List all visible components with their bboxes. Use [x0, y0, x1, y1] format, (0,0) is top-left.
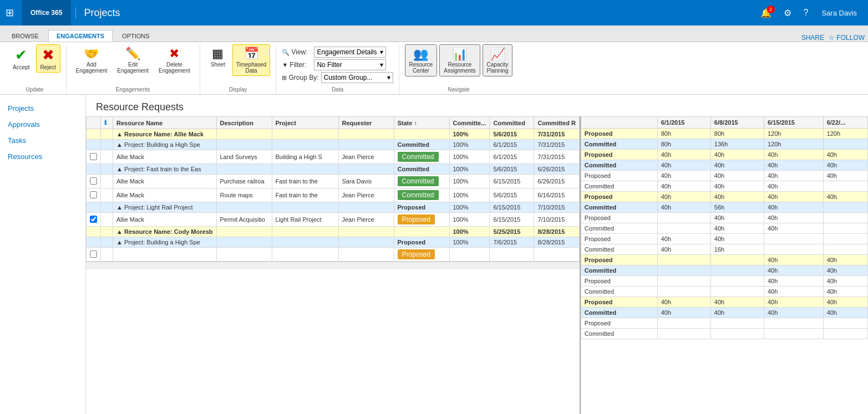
right-table: 6/1/2015 6/8/2015 6/15/2015 6/22/... Pro…	[580, 116, 868, 414]
h-scroll-bar[interactable]	[86, 262, 580, 269]
filter-dropdown[interactable]: No Filter ▾	[314, 59, 386, 70]
row-checkbox[interactable]	[90, 153, 97, 160]
table-row[interactable]: Allie Mack Permit Acquisitio Light Rail …	[87, 213, 580, 227]
col-date3[interactable]: 6/15/2015	[764, 117, 823, 129]
row-checkbox[interactable]	[90, 251, 97, 258]
table-row[interactable]: Proposed	[87, 248, 580, 262]
app-name[interactable]: Office 365	[22, 0, 71, 25]
grid-icon[interactable]: ⊞	[6, 7, 14, 19]
status-badge: Proposed	[398, 249, 435, 259]
col-committed-end[interactable]: Committed R	[534, 117, 579, 129]
chevron-down-icon: ▾	[380, 48, 383, 56]
timephased-table: 6/1/2015 6/8/2015 6/15/2015 6/22/... Pro…	[581, 116, 868, 339]
status-badge: Committed	[398, 176, 439, 186]
timephased-body: Proposed80h80h120h120h Committed80h136h1…	[581, 129, 867, 339]
col-date1[interactable]: 6/1/2015	[657, 117, 710, 129]
sidebar-item-projects[interactable]: Projects	[0, 100, 85, 116]
table-row[interactable]: Allie Mack Purchase railroa Fast train t…	[87, 175, 580, 188]
col-project[interactable]: Project	[272, 117, 338, 129]
info-cell	[101, 129, 113, 140]
resource-assignments-label: ResourceAssignments	[444, 62, 475, 74]
sidebar-item-tasks[interactable]: Tasks	[0, 132, 85, 149]
ribbon-engagement-buttons: 🤝 AddEngagement ✏️ EditEngagement ✖ Dele…	[72, 44, 194, 85]
edit-engagement-icon: ✏️	[125, 47, 140, 61]
row-checkbox[interactable]	[90, 216, 97, 223]
delete-engagement-icon: ✖	[169, 47, 179, 61]
top-bar-actions: 🔔 2 ⚙ ? Sara Davis	[756, 6, 862, 21]
ribbon-tabs: BROWSE ENGAGEMENTS OPTIONS SHARE ☆ FOLLO…	[0, 25, 868, 42]
tab-engagements[interactable]: ENGAGEMENTS	[48, 30, 113, 42]
table-row: ▲ Resource Name: Allie Mack 100% 5/6/201…	[87, 129, 580, 140]
table-row[interactable]: Allie Mack Land Surveys Building a High …	[87, 150, 580, 164]
sidebar-item-resources[interactable]: Resources	[0, 149, 85, 165]
col-date4[interactable]: 6/22/...	[823, 117, 867, 129]
row-checkbox[interactable]	[90, 177, 97, 185]
reject-button[interactable]: ✖ Reject	[36, 44, 60, 73]
table-row: ▲ Project: Building a High Spe Committed…	[87, 140, 580, 150]
sheet-label: Sheet	[211, 62, 225, 68]
status-badge: Committed	[398, 152, 439, 162]
view-label: 🔍 View:	[282, 48, 312, 56]
table-row: Committed40h40h	[581, 265, 867, 276]
col-requester[interactable]: Requester	[338, 117, 394, 129]
page-title: Projects	[75, 7, 120, 19]
sidebar-item-approvals[interactable]: Approvals	[0, 116, 85, 132]
table-row: ▲ Project: Building a High Spe Proposed …	[87, 237, 580, 248]
notification-badge: 2	[767, 6, 775, 13]
col-committed-pct[interactable]: Committe...	[449, 117, 490, 129]
user-name[interactable]: Sara Davis	[816, 9, 862, 17]
col-committed-start[interactable]: Committed	[490, 117, 534, 129]
timephased-header-row: 6/1/2015 6/8/2015 6/15/2015 6/22/...	[581, 117, 867, 129]
filter-label: ▼ Filter:	[282, 61, 312, 69]
status-badge: Proposed	[398, 214, 435, 224]
capacity-planning-button[interactable]: 📈 CapacityPlanning	[483, 44, 513, 76]
timephased-icon: 📅	[244, 47, 259, 61]
navigate-group-label: Navigate	[405, 85, 513, 94]
resource-center-button[interactable]: 👥 ResourceCenter	[405, 44, 438, 76]
capacity-planning-label: CapacityPlanning	[487, 62, 509, 74]
table-row: Proposed80h80h120h120h	[581, 129, 867, 139]
notifications-button[interactable]: 🔔 2	[756, 6, 776, 21]
groupby-chevron-icon: ▾	[387, 74, 390, 81]
resource-assignments-button[interactable]: 📊 ResourceAssignments	[439, 44, 480, 76]
accept-button[interactable]: ✔ Accept	[9, 44, 34, 73]
filter-chevron-icon: ▾	[380, 61, 383, 69]
edit-engagement-button[interactable]: ✏️ EditEngagement	[113, 44, 153, 76]
add-engagement-button[interactable]: 🤝 AddEngagement	[72, 44, 111, 76]
help-button[interactable]: ?	[799, 6, 813, 20]
timephased-button[interactable]: 📅 TimephasedData	[232, 44, 271, 76]
delete-engagement-button[interactable]: ✖ DeleteEngagement	[155, 44, 194, 76]
ribbon-group-display: ▦ Sheet 📅 TimephasedData Display	[200, 44, 277, 94]
table-header-row: ℹ Resource Name Description Project Requ…	[87, 117, 580, 129]
table-row: ▲ Project: Fast train to the Eas Committ…	[87, 164, 580, 175]
table-row[interactable]: Allie Mack Route maps Fast train to the …	[87, 188, 580, 202]
table-row: Committed80h136h120h	[581, 139, 867, 150]
table-row: Proposed40h40h40h40h	[581, 150, 867, 160]
col-state[interactable]: State ↑	[394, 117, 449, 129]
col-date2[interactable]: 6/8/2015	[710, 117, 764, 129]
view-dropdown[interactable]: Engagement Details ▾	[314, 47, 386, 58]
data-group-label: Data	[282, 85, 393, 94]
ribbon-display-buttons: ▦ Sheet 📅 TimephasedData	[206, 44, 271, 85]
table-row: Proposed40h40h40h40h	[581, 192, 867, 202]
table-row: Proposed40h40h40h40h	[581, 171, 867, 181]
settings-button[interactable]: ⚙	[779, 6, 796, 21]
table-row: Committed40h40h40h	[581, 181, 867, 192]
col-resource-name[interactable]: Resource Name	[113, 117, 217, 129]
col-label	[581, 117, 657, 129]
accept-icon: ✔	[15, 47, 27, 64]
status-badge: Committed	[398, 190, 439, 200]
follow-button[interactable]: ☆ FOLLOW	[829, 34, 865, 42]
checkbox-cell	[87, 129, 101, 140]
table-row: Committed40h40h40h40h	[581, 308, 867, 318]
tab-options[interactable]: OPTIONS	[114, 30, 158, 42]
table-container: ℹ Resource Name Description Project Requ…	[86, 116, 868, 414]
groupby-dropdown[interactable]: Custom Group... ▾	[321, 72, 393, 83]
sheet-button[interactable]: ▦ Sheet	[206, 44, 230, 70]
tab-browse[interactable]: BROWSE	[3, 30, 47, 42]
col-description[interactable]: Description	[216, 117, 272, 129]
share-button[interactable]: SHARE	[801, 34, 824, 42]
table-row: Proposed	[581, 318, 867, 329]
sheet-icon: ▦	[212, 47, 224, 61]
row-checkbox[interactable]	[90, 191, 97, 198]
